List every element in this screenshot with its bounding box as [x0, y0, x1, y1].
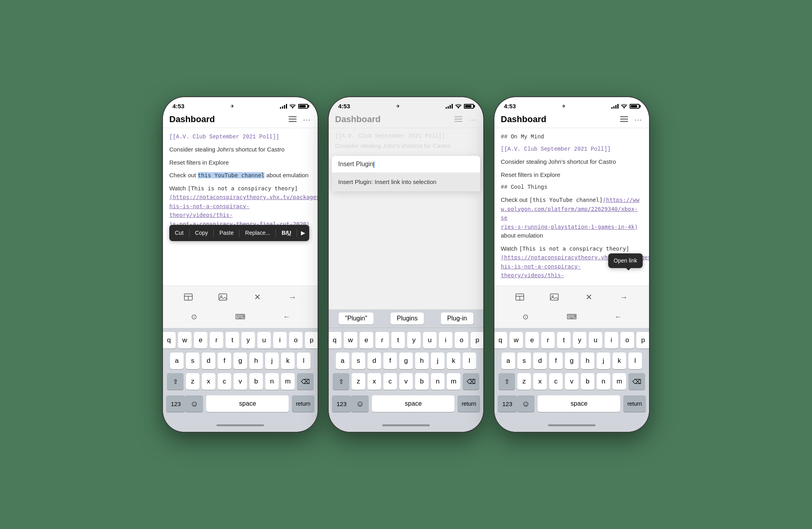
key-o-3[interactable]: o	[620, 332, 634, 349]
key-t-3[interactable]: t	[557, 332, 571, 349]
key-return-3[interactable]: return	[623, 395, 646, 412]
key-k-2[interactable]: k	[447, 353, 460, 369]
key-emoji-1[interactable]: ☺	[186, 395, 203, 412]
more-icon-3[interactable]: ···	[634, 115, 643, 124]
copy-button-1[interactable]: Copy	[191, 227, 212, 239]
editor-icon-keyboard-1[interactable]: ⌨	[233, 310, 247, 324]
key-w-3[interactable]: w	[509, 332, 523, 349]
key-m-2[interactable]: m	[447, 373, 460, 390]
key-u-3[interactable]: u	[589, 332, 602, 349]
key-k-1[interactable]: k	[281, 353, 295, 369]
key-shift-2[interactable]: ⇧	[333, 373, 349, 390]
key-s-2[interactable]: s	[352, 353, 365, 369]
key-l-1[interactable]: l	[297, 353, 310, 369]
key-space-2[interactable]: space	[372, 395, 454, 412]
more-icon-1[interactable]: ···	[303, 115, 311, 124]
editor-icon-table-1[interactable]	[181, 290, 195, 304]
open-link-tooltip-3[interactable]: Open link	[608, 253, 643, 268]
key-s-1[interactable]: s	[186, 353, 199, 369]
key-m-3[interactable]: m	[613, 373, 626, 390]
more-icon-2[interactable]: ···	[468, 115, 477, 124]
key-c-1[interactable]: c	[218, 373, 231, 390]
key-delete-2[interactable]: ⌫	[463, 373, 479, 390]
editor-icon-table-3[interactable]	[513, 290, 527, 304]
key-c-2[interactable]: c	[383, 373, 397, 390]
key-r-1[interactable]: r	[210, 332, 223, 349]
paste-button-1[interactable]: Paste	[215, 227, 237, 239]
editor-icon-arrow-right-3[interactable]: →	[617, 290, 631, 304]
key-s-3[interactable]: s	[517, 353, 531, 369]
key-r-3[interactable]: r	[541, 332, 555, 349]
key-e-1[interactable]: e	[194, 332, 207, 349]
key-h-3[interactable]: h	[581, 353, 594, 369]
key-return-2[interactable]: return	[458, 395, 480, 412]
key-v-2[interactable]: v	[399, 373, 413, 390]
key-d-2[interactable]: d	[368, 353, 381, 369]
editor-icon-close-1[interactable]: ✕	[251, 290, 265, 304]
key-b-3[interactable]: b	[581, 373, 594, 390]
key-delete-1[interactable]: ⌫	[297, 373, 314, 390]
key-x-2[interactable]: x	[368, 373, 381, 390]
key-w-2[interactable]: w	[344, 332, 357, 349]
key-j-1[interactable]: j	[265, 353, 279, 369]
editor-icon-image-1[interactable]	[216, 290, 230, 304]
key-p-1[interactable]: p	[305, 332, 318, 349]
cut-button-1[interactable]: Cut	[171, 227, 188, 239]
list-icon-3[interactable]	[620, 115, 628, 124]
key-i-1[interactable]: i	[273, 332, 287, 349]
key-a-3[interactable]: a	[502, 353, 515, 369]
key-123-3[interactable]: 123	[498, 395, 517, 412]
editor-icon-close-3[interactable]: ✕	[582, 290, 596, 304]
replace-button-1[interactable]: Replace...	[241, 227, 274, 239]
plugin-search-input-2[interactable]: Insert Plugin	[332, 156, 480, 173]
key-x-1[interactable]: x	[202, 373, 215, 390]
key-b-1[interactable]: b	[249, 373, 263, 390]
key-j-3[interactable]: j	[597, 353, 610, 369]
list-icon-1[interactable]	[288, 115, 297, 124]
key-h-2[interactable]: h	[415, 353, 429, 369]
key-i-3[interactable]: i	[605, 332, 618, 349]
key-v-3[interactable]: v	[565, 373, 578, 390]
key-z-1[interactable]: z	[186, 373, 199, 390]
key-c-3[interactable]: c	[549, 373, 563, 390]
key-k-3[interactable]: k	[613, 353, 626, 369]
suggestion-1-2[interactable]: "Plugin"	[339, 312, 373, 324]
key-o-2[interactable]: o	[455, 332, 468, 349]
key-d-3[interactable]: d	[533, 353, 547, 369]
key-e-2[interactable]: e	[360, 332, 373, 349]
key-shift-3[interactable]: ⇧	[498, 373, 515, 390]
key-u-1[interactable]: u	[257, 332, 271, 349]
key-q-2[interactable]: q	[329, 332, 341, 349]
key-n-3[interactable]: n	[597, 373, 610, 390]
key-a-2[interactable]: a	[336, 353, 349, 369]
editor-icon-arrow-left-1[interactable]: ←	[280, 310, 294, 324]
key-o-1[interactable]: o	[289, 332, 303, 349]
format-button-1[interactable]: BIU	[278, 227, 295, 239]
editor-icon-nav-3[interactable]: ⊙	[518, 310, 532, 324]
toolbar-more-1[interactable]: ▶	[299, 227, 308, 239]
key-y-3[interactable]: y	[573, 332, 586, 349]
key-a-1[interactable]: a	[170, 353, 184, 369]
key-123-1[interactable]: 123	[166, 395, 186, 412]
key-r-2[interactable]: r	[375, 332, 389, 349]
key-b-2[interactable]: b	[415, 373, 429, 390]
key-n-1[interactable]: n	[265, 373, 279, 390]
key-t-2[interactable]: t	[391, 332, 405, 349]
key-z-2[interactable]: z	[352, 373, 365, 390]
key-delete-3[interactable]: ⌫	[628, 373, 645, 390]
list-icon-2[interactable]	[454, 115, 463, 124]
editor-icon-arrow-right-1[interactable]: →	[285, 290, 299, 304]
key-l-2[interactable]: l	[463, 353, 476, 369]
key-m-1[interactable]: m	[281, 373, 295, 390]
key-f-3[interactable]: f	[549, 353, 563, 369]
plugin-item-insert-link-2[interactable]: Insert Plugin: Insert link into selectio…	[332, 173, 480, 191]
key-p-3[interactable]: p	[636, 332, 649, 349]
editor-icon-keyboard-3[interactable]: ⌨	[565, 310, 579, 324]
key-y-2[interactable]: y	[407, 332, 421, 349]
key-p-2[interactable]: p	[471, 332, 483, 349]
key-g-2[interactable]: g	[399, 353, 413, 369]
key-y-1[interactable]: y	[241, 332, 255, 349]
editor-icon-nav-1[interactable]: ⊙	[187, 310, 201, 324]
key-g-1[interactable]: g	[234, 353, 247, 369]
key-emoji-2[interactable]: ☺	[351, 395, 369, 412]
